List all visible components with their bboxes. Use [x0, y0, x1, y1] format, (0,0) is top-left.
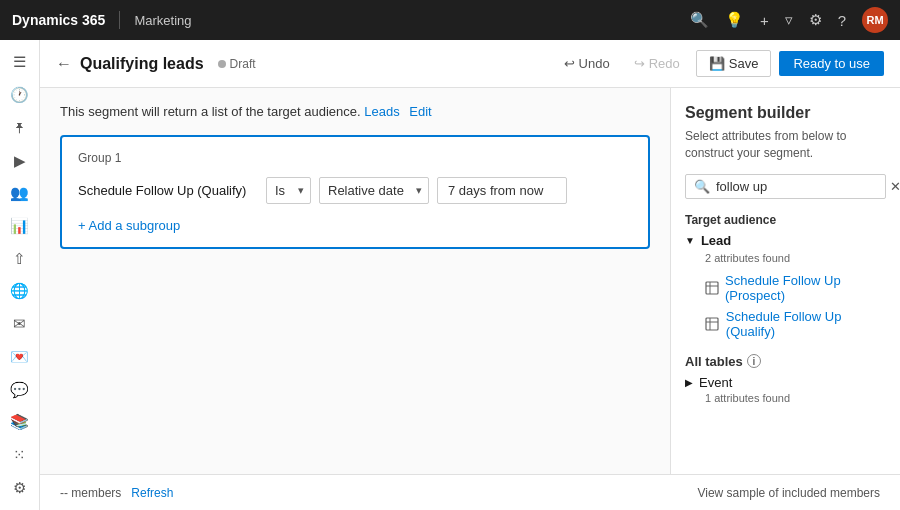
- group-box: Group 1 Schedule Follow Up (Qualify) Is …: [60, 135, 650, 249]
- sidebar-people-icon[interactable]: 👥: [2, 179, 38, 208]
- redo-icon: ↪: [634, 56, 645, 71]
- attr-item-prospect[interactable]: Schedule Follow Up (Prospect): [685, 270, 886, 306]
- user-avatar[interactable]: RM: [862, 7, 888, 33]
- redo-button[interactable]: ↪ Redo: [626, 52, 688, 75]
- event-attr-count: 1 attributes found: [705, 392, 886, 404]
- sub-header: ← Qualifying leads Draft ↩ Undo ↪ Redo 💾…: [40, 40, 900, 88]
- operator-dropdown-wrapper: Is: [266, 177, 311, 204]
- draft-badge: Draft: [218, 57, 256, 71]
- save-icon: 💾: [709, 56, 725, 71]
- app-module: Marketing: [134, 13, 191, 28]
- header-actions: ↩ Undo ↪ Redo 💾 Save Ready to use: [556, 50, 884, 77]
- sidebar-menu-icon[interactable]: ☰: [2, 48, 38, 77]
- right-panel: Segment builder Select attributes from b…: [670, 88, 900, 474]
- view-sample-link[interactable]: View sample of included members: [697, 486, 880, 500]
- refresh-link[interactable]: Refresh: [131, 486, 173, 500]
- top-navigation: Dynamics 365 Marketing 🔍 💡 + ▿ ⚙ ? RM: [0, 0, 900, 40]
- app-title: Dynamics 365: [12, 12, 105, 28]
- undo-icon: ↩: [564, 56, 575, 71]
- condition-value[interactable]: 7 days from now: [437, 177, 567, 204]
- lightbulb-icon[interactable]: 💡: [725, 11, 744, 29]
- search-input[interactable]: [716, 179, 884, 194]
- page-body: This segment will return a list of the t…: [40, 88, 900, 474]
- condition-attribute: Schedule Follow Up (Qualify): [78, 183, 258, 198]
- back-button[interactable]: ←: [56, 55, 72, 73]
- condition-row: Schedule Follow Up (Qualify) Is Relative…: [78, 177, 632, 204]
- settings-icon[interactable]: ⚙: [809, 11, 822, 29]
- nav-divider: [119, 11, 120, 29]
- content-area: ← Qualifying leads Draft ↩ Undo ↪ Redo 💾…: [40, 40, 900, 510]
- panel-title: Segment builder: [685, 104, 886, 122]
- target-audience-label: Target audience: [685, 213, 886, 227]
- lead-section-header[interactable]: ▼ Lead: [685, 233, 886, 248]
- sidebar-chart-icon[interactable]: 📊: [2, 212, 38, 241]
- operator-dropdown[interactable]: Is: [266, 177, 311, 204]
- help-icon[interactable]: ?: [838, 12, 846, 29]
- chevron-down-icon: ▼: [685, 235, 695, 246]
- top-nav-icons: 🔍 💡 + ▿ ⚙ ? RM: [690, 7, 888, 33]
- save-button[interactable]: 💾 Save: [696, 50, 772, 77]
- leads-link[interactable]: Leads: [364, 104, 399, 119]
- sidebar-globe-icon[interactable]: 🌐: [2, 277, 38, 306]
- search-box: 🔍 ✕: [685, 174, 886, 199]
- info-bar: This segment will return a list of the t…: [60, 104, 650, 119]
- page-title: Qualifying leads: [80, 55, 204, 73]
- attr-item-qualify[interactable]: Schedule Follow Up (Qualify): [685, 306, 886, 342]
- add-subgroup-button[interactable]: + Add a subgroup: [78, 218, 632, 233]
- event-section: ▶ Event 1 attributes found: [685, 375, 886, 404]
- sidebar-pin-icon[interactable]: 🖈: [2, 113, 38, 142]
- draft-dot: [218, 60, 226, 68]
- svg-rect-3: [706, 318, 718, 330]
- clear-search-icon[interactable]: ✕: [890, 179, 900, 194]
- type-dropdown[interactable]: Relative date: [319, 177, 429, 204]
- type-dropdown-wrapper: Relative date: [319, 177, 429, 204]
- all-tables-label: All tables i: [685, 354, 886, 369]
- bottom-bar: -- members Refresh View sample of includ…: [40, 474, 900, 510]
- attr-table-icon-qualify: [705, 316, 720, 332]
- search-icon: 🔍: [694, 179, 710, 194]
- chevron-right-icon: ▶: [685, 377, 693, 388]
- ready-to-use-button[interactable]: Ready to use: [779, 51, 884, 76]
- filter-icon[interactable]: ▿: [785, 11, 793, 29]
- sidebar-play-icon[interactable]: ▶: [2, 146, 38, 175]
- all-tables-section: All tables i ▶ Event 1 attributes found: [685, 354, 886, 404]
- sidebar-grid-icon[interactable]: ⁙: [2, 441, 38, 470]
- group-label: Group 1: [78, 151, 632, 165]
- undo-button[interactable]: ↩ Undo: [556, 52, 618, 75]
- svg-rect-0: [706, 282, 718, 294]
- lead-attr-count: 2 attributes found: [705, 252, 886, 264]
- sidebar-arrowup-icon[interactable]: ⇧: [2, 244, 38, 273]
- main-layout: ☰ 🕐 🖈 ▶ 👥 📊 ⇧ 🌐 ✉ 💌 💬 📚 ⁙ ⚙ ← Qualifying…: [0, 40, 900, 510]
- segment-editor: This segment will return a list of the t…: [40, 88, 670, 474]
- sidebar-chat-icon[interactable]: 💬: [2, 375, 38, 404]
- edit-link[interactable]: Edit: [409, 104, 431, 119]
- sidebar-email-icon[interactable]: 💌: [2, 342, 38, 371]
- panel-subtitle: Select attributes from below to construc…: [685, 128, 886, 162]
- sidebar-mail-icon[interactable]: ✉: [2, 310, 38, 339]
- sidebar-recent-icon[interactable]: 🕐: [2, 81, 38, 110]
- search-icon[interactable]: 🔍: [690, 11, 709, 29]
- members-text: -- members: [60, 486, 121, 500]
- sidebar-book-icon[interactable]: 📚: [2, 408, 38, 437]
- sidebar-cog-icon[interactable]: ⚙: [2, 473, 38, 502]
- sidebar: ☰ 🕐 🖈 ▶ 👥 📊 ⇧ 🌐 ✉ 💌 💬 📚 ⁙ ⚙: [0, 40, 40, 510]
- event-section-header[interactable]: ▶ Event: [685, 375, 886, 390]
- plus-icon[interactable]: +: [760, 12, 769, 29]
- attr-table-icon-prospect: [705, 280, 719, 296]
- all-tables-info-icon[interactable]: i: [747, 354, 761, 368]
